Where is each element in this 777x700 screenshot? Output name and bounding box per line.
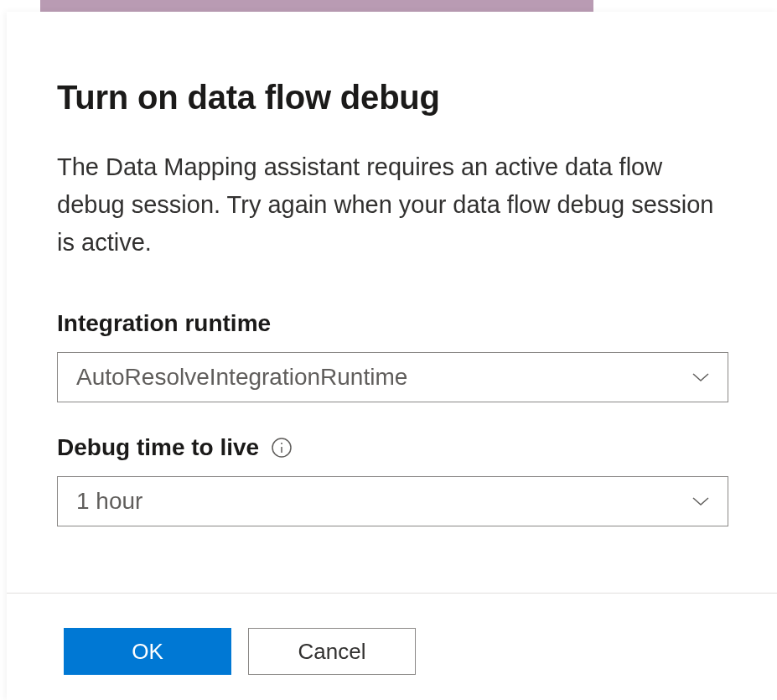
- integration-runtime-dropdown[interactable]: AutoResolveIntegrationRuntime: [57, 352, 728, 402]
- divider: [7, 593, 777, 594]
- debug-ttl-value: 1 hour: [76, 488, 142, 515]
- field-label-row: Integration runtime: [57, 310, 728, 337]
- dialog-description: The Data Mapping assistant requires an a…: [57, 148, 728, 262]
- integration-runtime-value: AutoResolveIntegrationRuntime: [76, 364, 407, 391]
- field-label-row: Debug time to live: [57, 434, 728, 461]
- info-icon[interactable]: [271, 437, 293, 459]
- svg-point-1: [281, 443, 282, 444]
- ok-button[interactable]: OK: [64, 628, 231, 675]
- debug-ttl-dropdown[interactable]: 1 hour: [57, 476, 728, 526]
- integration-runtime-field: Integration runtime AutoResolveIntegrati…: [57, 310, 728, 402]
- debug-ttl-label: Debug time to live: [57, 434, 259, 461]
- button-row: OK Cancel: [64, 628, 416, 675]
- debug-ttl-field: Debug time to live 1 hour: [57, 434, 728, 526]
- progress-bar: [40, 0, 593, 12]
- dialog-content: Turn on data flow debug The Data Mapping…: [7, 12, 777, 526]
- dialog-title: Turn on data flow debug: [57, 79, 728, 117]
- integration-runtime-label: Integration runtime: [57, 310, 271, 337]
- debug-dialog: Turn on data flow debug The Data Mapping…: [7, 12, 777, 700]
- cancel-button[interactable]: Cancel: [248, 628, 416, 675]
- chevron-down-icon: [691, 491, 711, 511]
- chevron-down-icon: [691, 367, 711, 387]
